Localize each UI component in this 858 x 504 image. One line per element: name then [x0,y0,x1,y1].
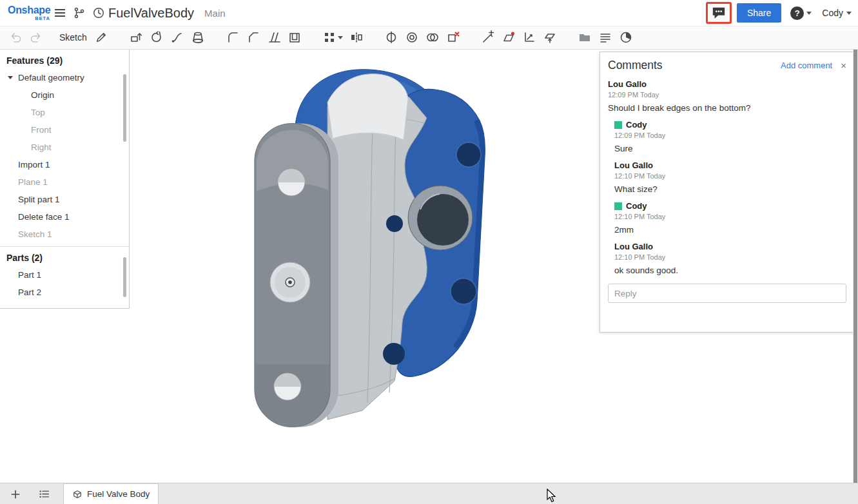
mass-properties-icon [619,30,633,44]
revolve-button[interactable] [147,28,166,47]
comment-reply: Lou Gallo 12:10 PM Today ok sounds good. [614,242,846,275]
draft-icon [267,30,281,44]
boolean-button[interactable] [423,28,442,47]
onshape-logo[interactable]: Onshape BETA [8,5,50,21]
transform-button[interactable] [520,28,539,47]
comment-author: Cody [626,201,647,211]
bom-icon [598,30,612,44]
hole-icon [405,30,419,44]
comment-text: Sure [614,144,846,153]
sketch-button[interactable] [92,28,111,47]
main-menu-button[interactable] [50,3,70,23]
feature-toolbar: Sketch [0,26,858,50]
part-item-part-2[interactable]: Part 2 [0,284,129,301]
undo-button[interactable] [6,28,25,47]
fillet-button[interactable] [223,28,242,47]
redo-button[interactable] [26,28,46,47]
parts-scrollbar[interactable] [123,257,126,297]
comment-button-highlight [706,2,732,24]
sweep-button[interactable] [168,28,187,47]
loft-button[interactable] [188,28,208,47]
top-header: Onshape BETA FuelValveBody Main Share ? [0,0,858,26]
tab-label: Fuel Valve Body [87,489,150,499]
comment-reply: Cody 12:10 PM Today 2mm [614,201,846,235]
feature-item-origin[interactable]: Origin [0,86,129,104]
mirror-icon [349,30,364,44]
reply-input[interactable] [608,284,846,303]
chevron-down-icon[interactable] [8,76,13,79]
page-scrollbar-thumb[interactable] [853,43,857,504]
linear-pattern-icon [322,30,336,44]
transform-icon [522,30,536,44]
split-icon [384,30,398,44]
feature-item-default-geometry[interactable]: Default geometry [0,69,129,86]
workspace-name[interactable]: Main [204,8,226,19]
sketch-label[interactable]: Sketch [59,32,87,43]
delete-face-button[interactable] [499,28,518,47]
feature-item-delete-face-1[interactable]: Delete face 1 [0,208,129,226]
bom-button[interactable] [596,28,615,47]
feature-item-plane-1[interactable]: Plane 1 [0,173,129,191]
page-scrollbar[interactable] [853,43,858,504]
folder-button[interactable] [575,28,594,47]
help-menu[interactable]: ? [790,6,812,20]
tab-fuel-valve-body[interactable]: Fuel Valve Body [63,483,159,504]
undo-icon [8,30,23,44]
comment-reply: Cody 12:09 PM Today Sure [614,120,846,153]
hamburger-icon [55,9,65,17]
extrude-button[interactable] [126,28,146,47]
comment-text: ok sounds good. [614,266,846,275]
avatar [614,121,622,129]
redo-icon [29,30,43,44]
comments-panel: Comments Add comment × Lou Gallo 12:09 P… [600,52,855,333]
tab-bar: Fuel Valve Body [0,483,858,504]
replace-face-icon [543,30,557,44]
chamfer-button[interactable] [244,28,263,47]
boolean-icon [425,30,440,44]
delete-part-button[interactable] [444,28,463,47]
history-button[interactable] [89,3,108,23]
features-header: Features (29) [0,50,129,69]
versions-icon [73,6,86,19]
add-tab-button[interactable] [5,484,26,504]
feature-item-split-part-1[interactable]: Split part 1 [0,191,129,208]
fillet-icon [226,30,240,44]
comment-time: 12:10 PM Today [614,253,846,261]
versions-button[interactable] [70,3,89,23]
part-item-part-1[interactable]: Part 1 [0,266,129,284]
replace-face-button[interactable] [540,28,560,47]
feature-item-import-1[interactable]: Import 1 [0,156,129,173]
mirror-button[interactable] [347,28,366,47]
tab-list-icon [38,488,50,500]
features-scrollbar[interactable] [123,74,126,142]
feature-item-front[interactable]: Front [0,121,129,139]
close-comments-button[interactable]: × [841,61,846,70]
delete-part-icon [446,30,460,44]
mass-properties-button[interactable] [616,28,636,47]
logo-beta-text: BETA [8,16,50,21]
feature-tree-panel: Features (29) Default geometry Origin To… [0,50,130,309]
move-face-button[interactable] [478,28,498,47]
share-button[interactable]: Share [737,3,781,23]
feature-item-right[interactable]: Right [0,139,129,156]
comments-title: Comments [608,59,663,72]
feature-item-sketch-1[interactable]: Sketch 1 [0,226,129,243]
linear-pattern-button[interactable] [320,28,346,47]
extrude-icon [129,30,143,44]
comment-time: 12:10 PM Today [614,213,846,220]
split-button[interactable] [382,28,401,47]
comment-text: What size? [614,184,846,194]
draft-button[interactable] [264,28,284,47]
part-model[interactable] [213,61,496,435]
comment-author: Lou Gallo [608,79,846,89]
comment-icon [711,6,726,20]
shell-button[interactable] [285,28,304,47]
comments-button[interactable] [710,5,728,21]
tab-list-button[interactable] [34,484,54,504]
feature-item-top[interactable]: Top [0,104,129,121]
caret-down-icon [338,36,343,39]
comment: Lou Gallo 12:09 PM Today Should I break … [608,79,846,113]
user-menu[interactable]: Cody [822,8,852,18]
hole-button[interactable] [402,28,422,47]
add-comment-button[interactable]: Add comment [781,61,832,70]
